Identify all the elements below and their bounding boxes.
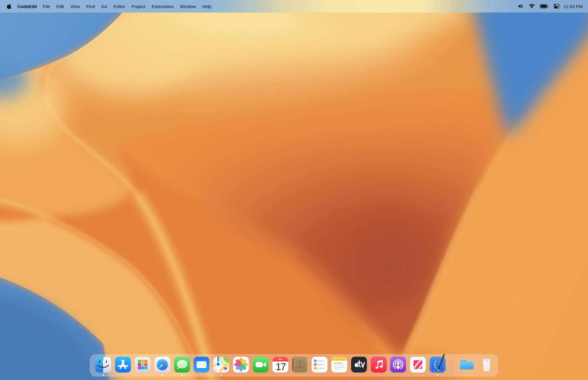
svg-text:280: 280 (224, 368, 227, 370)
svg-text:17: 17 (275, 361, 286, 372)
svg-text:JUL: JUL (278, 358, 283, 361)
